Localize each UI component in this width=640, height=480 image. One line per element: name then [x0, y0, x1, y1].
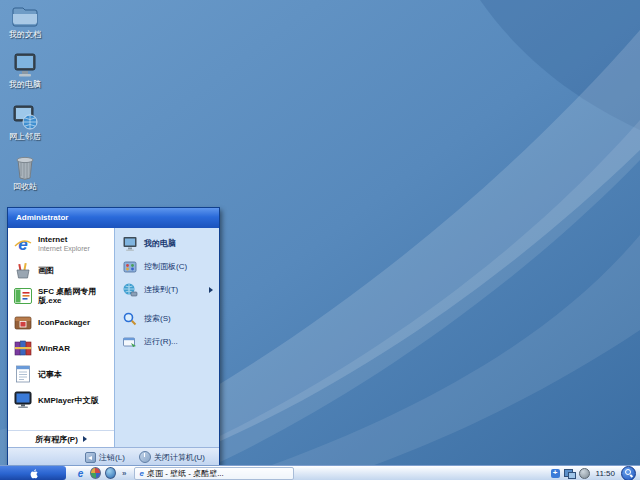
- menu-item-label: 我的电脑: [144, 238, 213, 249]
- menu-item-label: 控制面板(C): [144, 261, 213, 272]
- media-player-icon[interactable]: [90, 468, 101, 479]
- submenu-arrow-icon: [209, 287, 213, 293]
- run-icon: [122, 334, 138, 350]
- internet-explorer-icon: e: [139, 469, 143, 478]
- control-panel-icon: [122, 259, 138, 275]
- user-name: Administrator: [16, 213, 68, 222]
- desktop-icon-label: 我的文档: [2, 30, 48, 39]
- menu-item-connect-to[interactable]: 连接到(T): [115, 278, 219, 301]
- menu-item-my-computer[interactable]: 我的电脑: [115, 232, 219, 255]
- menu-item-title: IconPackager: [38, 318, 90, 327]
- desktop-icon-label: 网上邻居: [2, 132, 48, 141]
- internet-explorer-icon[interactable]: e: [75, 468, 86, 479]
- taskbar-clock[interactable]: 11:50: [596, 469, 615, 478]
- apple-logo-icon: [28, 468, 39, 479]
- menu-item-kmplayer[interactable]: KMPlayer中文版: [8, 387, 114, 413]
- desktop-icon-my-documents[interactable]: 我的文档: [2, 3, 48, 39]
- task-button-label: 桌面 - 壁纸 - 桌酷壁...: [147, 468, 224, 479]
- menu-item-sfc-zhuoku[interactable]: SFC 桌酷网专用版.exe: [8, 283, 114, 309]
- web-browser-icon[interactable]: [105, 468, 116, 479]
- start-button[interactable]: [0, 466, 66, 480]
- my-documents-icon: [11, 3, 39, 29]
- logoff-label: 注销(L): [99, 452, 125, 463]
- start-menu-header: Administrator: [8, 208, 219, 228]
- logoff-icon: [85, 452, 96, 463]
- desktop-icon-network-places[interactable]: 网上邻居: [2, 105, 48, 141]
- notepad-icon: [13, 364, 33, 384]
- menu-item-iconpackager[interactable]: IconPackager: [8, 309, 114, 335]
- sfc-zhuoku-icon: [13, 286, 33, 306]
- menu-left-spacer: [8, 413, 114, 430]
- menu-item-label: 连接到(T): [144, 284, 203, 295]
- menu-item-search[interactable]: 搜索(S): [115, 307, 219, 330]
- taskbar: e » e 桌面 - 壁纸 - 桌酷壁... + 11:50: [0, 465, 640, 480]
- menu-item-title: Internet: [38, 235, 90, 244]
- menu-item-label: 运行(R)...: [144, 336, 213, 347]
- kmplayer-icon: [13, 390, 33, 410]
- desktop-icon-my-computer[interactable]: 我的电脑: [2, 53, 48, 89]
- desktop-icon-label: 我的电脑: [2, 80, 48, 89]
- start-menu-footer: 注销(L) 关闭计算机(U): [8, 447, 219, 466]
- status-tray-icon[interactable]: [579, 468, 590, 479]
- task-button-wallpaper-window[interactable]: e 桌面 - 壁纸 - 桌酷壁...: [134, 467, 294, 480]
- search-icon: [122, 311, 138, 327]
- my-computer-icon: [11, 53, 39, 79]
- start-menu-left-column: e Internet Internet Explorer: [8, 228, 114, 447]
- display-network-tray-icon[interactable]: [564, 469, 575, 478]
- all-programs-label: 所有程序(P): [35, 434, 78, 445]
- menu-item-control-panel[interactable]: 控制面板(C): [115, 255, 219, 278]
- menu-item-label: 搜索(S): [144, 313, 213, 324]
- paint-icon: [13, 260, 33, 280]
- my-computer-icon: [122, 236, 138, 252]
- all-programs-button[interactable]: 所有程序(P): [8, 430, 114, 447]
- desktop-icon-label: 回收站: [2, 182, 48, 191]
- spotlight-search-button[interactable]: [621, 466, 636, 480]
- shutdown-label: 关闭计算机(U): [154, 452, 205, 463]
- shutdown-button[interactable]: 关闭计算机(U): [139, 451, 205, 463]
- desktop-icon-recycle-bin[interactable]: 回收站: [2, 155, 48, 191]
- hidden-icons-button[interactable]: +: [551, 469, 560, 478]
- menu-item-title: SFC 桌酷网专用版.exe: [38, 287, 114, 305]
- menu-item-title: 记事本: [38, 370, 62, 379]
- logoff-button[interactable]: 注销(L): [85, 452, 125, 463]
- menu-item-paint[interactable]: 画图: [8, 257, 114, 283]
- menu-item-title: WinRAR: [38, 344, 70, 353]
- system-tray: + 11:50: [551, 466, 640, 480]
- start-menu: Administrator e Internet Internet Explor…: [7, 207, 220, 467]
- menu-item-notepad[interactable]: 记事本: [8, 361, 114, 387]
- start-menu-right-column: 我的电脑 控制面板(C): [114, 228, 219, 447]
- connect-to-icon: [122, 282, 138, 298]
- power-icon: [139, 451, 151, 463]
- recycle-bin-icon: [11, 155, 39, 181]
- iconpackager-icon: [13, 312, 33, 332]
- menu-item-title: KMPlayer中文版: [38, 396, 98, 405]
- network-places-icon: [11, 105, 39, 131]
- menu-item-winrar[interactable]: WinRAR: [8, 335, 114, 361]
- all-programs-arrow-icon: [83, 436, 87, 442]
- menu-item-title: 画图: [38, 266, 54, 275]
- svg-text:e: e: [18, 235, 27, 254]
- internet-explorer-icon: e: [13, 234, 33, 254]
- menu-item-run[interactable]: 运行(R)...: [115, 330, 219, 353]
- quick-launch-overflow-chevron[interactable]: »: [122, 469, 126, 478]
- quick-launch: e »: [75, 468, 126, 479]
- winrar-icon: [13, 338, 33, 358]
- menu-item-subtitle: Internet Explorer: [38, 244, 90, 253]
- menu-item-internet[interactable]: e Internet Internet Explorer: [8, 231, 114, 257]
